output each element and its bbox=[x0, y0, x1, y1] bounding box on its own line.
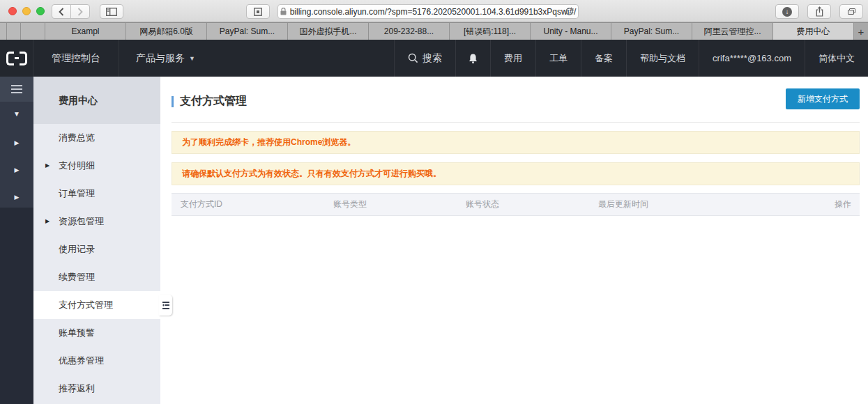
bell-icon bbox=[468, 53, 478, 64]
sidebar-item-7[interactable]: 账单预警 bbox=[33, 319, 160, 347]
nav-item-2[interactable]: 备案 bbox=[581, 40, 626, 77]
tab-label: 209-232-88... bbox=[384, 26, 434, 36]
new-tab-button[interactable]: + bbox=[854, 23, 868, 40]
browser-tab-stub-2[interactable] bbox=[21, 23, 45, 40]
aliyun-logo[interactable] bbox=[0, 40, 33, 77]
back-button[interactable] bbox=[52, 4, 71, 19]
minimize-window-button[interactable] bbox=[22, 7, 31, 15]
zoom-window-button[interactable] bbox=[36, 7, 45, 15]
aliyun-top-nav: 管理控制台 产品与服务 ▼ 搜索 费用工单备案帮助与文档 crifa*****@… bbox=[0, 40, 868, 77]
tab-label: PayPal: Sum... bbox=[624, 26, 679, 36]
browser-tab-6[interactable]: 国外虚拟手机... bbox=[288, 23, 369, 40]
hamburger-icon bbox=[11, 85, 22, 86]
browser-tab-8[interactable]: [错误码:118]... bbox=[450, 23, 531, 40]
sidebar-toggle-button[interactable] bbox=[100, 4, 123, 19]
sidebar-item-3[interactable]: ▶资源包管理 bbox=[33, 208, 160, 235]
lock-icon bbox=[280, 8, 287, 15]
sidebar-item-label: 账单预警 bbox=[59, 327, 95, 338]
sidebar-item-1[interactable]: ▶支付明细 bbox=[33, 152, 160, 180]
browser-tab-11[interactable]: 阿里云管理控... bbox=[692, 23, 773, 40]
share-button[interactable] bbox=[807, 4, 831, 19]
close-window-button[interactable] bbox=[8, 7, 17, 15]
account-email: crifa*****@163.com bbox=[713, 53, 791, 63]
table-header-1: 账号类型 bbox=[333, 199, 466, 210]
sidebar-item-label: 消费总览 bbox=[59, 132, 95, 143]
browser-tab-10[interactable]: PayPal: Sum... bbox=[611, 23, 692, 40]
sidebar-collapse-handle[interactable] bbox=[159, 295, 172, 316]
add-payment-method-button[interactable]: 新增支付方式 bbox=[786, 88, 860, 109]
browser-tab-stub-0[interactable] bbox=[0, 23, 7, 40]
sidebar-item-2[interactable]: 订单管理 bbox=[33, 180, 160, 208]
forward-button[interactable] bbox=[70, 4, 90, 19]
sidebar-item-0[interactable]: 消费总览 bbox=[33, 124, 160, 152]
nav-search[interactable]: 搜索 bbox=[394, 40, 455, 77]
nav-language[interactable]: 简体中文 bbox=[805, 40, 868, 77]
nav-item-label: 备案 bbox=[595, 52, 613, 65]
browser-tab-7[interactable]: 209-232-88... bbox=[369, 23, 450, 40]
rail-arrow-icon-2[interactable]: ▶ bbox=[0, 166, 33, 173]
tab-label: Exampl bbox=[71, 26, 99, 36]
sidebar-item-label: 支付方式管理 bbox=[59, 300, 113, 310]
extension-button[interactable] bbox=[246, 4, 270, 19]
nav-console-link[interactable]: 管理控制台 bbox=[33, 40, 119, 77]
caret-down-icon: ▼ bbox=[189, 55, 195, 62]
page-title-wrap: 支付方式管理 bbox=[172, 94, 247, 109]
tab-label: 费用中心 bbox=[797, 26, 830, 38]
nav-spacer bbox=[212, 40, 394, 77]
window-controls bbox=[8, 7, 45, 15]
url-text: billing.console.aliyun.com/?spm=5176.202… bbox=[290, 7, 577, 17]
aliyun-logo-icon bbox=[6, 52, 27, 65]
table-header-2: 账号状态 bbox=[466, 199, 598, 210]
address-bar[interactable]: billing.console.aliyun.com/?spm=5176.202… bbox=[277, 4, 579, 19]
rail-menu-button[interactable] bbox=[0, 77, 33, 102]
sidebar-item-label: 支付明细 bbox=[59, 160, 95, 171]
extension-icon bbox=[254, 8, 262, 16]
sidebar-item-4[interactable]: 使用记录 bbox=[33, 235, 160, 263]
reload-button[interactable] bbox=[565, 7, 574, 16]
tab-label: PayPal: Sum... bbox=[220, 26, 275, 36]
sidebar-item-5[interactable]: 续费管理 bbox=[33, 263, 160, 291]
sidebar-item-label: 优惠券管理 bbox=[59, 355, 104, 366]
collapse-icon bbox=[162, 302, 169, 309]
sidebar-item-label: 订单管理 bbox=[59, 188, 95, 199]
nav-item-3[interactable]: 帮助与文档 bbox=[626, 40, 699, 77]
nav-item-label: 费用 bbox=[504, 52, 522, 65]
chevron-left-icon bbox=[59, 8, 64, 16]
tab-label: [错误码:118]... bbox=[464, 26, 516, 38]
page-title: 支付方式管理 bbox=[180, 94, 247, 109]
language-label: 简体中文 bbox=[818, 52, 855, 65]
rail-arrow-icon-1[interactable]: ▶ bbox=[0, 139, 33, 146]
nav-products-dropdown[interactable]: 产品与服务 ▼ bbox=[119, 40, 212, 77]
notice-valid-payment: 请确保默认支付方式为有效状态。只有有效支付方式才可进行购买哦。 bbox=[172, 162, 860, 185]
browser-tab-12[interactable]: 费用中心 bbox=[773, 23, 854, 40]
browser-tab-9[interactable]: Unity - Manu... bbox=[531, 23, 611, 40]
sidebar-item-label: 使用记录 bbox=[59, 244, 95, 254]
browser-chrome: billing.console.aliyun.com/?spm=5176.202… bbox=[0, 0, 868, 22]
browser-tab-stub-1[interactable] bbox=[7, 23, 21, 40]
browser-tab-4[interactable]: 网易邮箱6.0版 bbox=[126, 23, 207, 40]
reload-icon bbox=[565, 7, 574, 16]
browser-tab-5[interactable]: PayPal: Sum... bbox=[207, 23, 288, 40]
sidebar-menu: 消费总览▶支付明细订单管理▶资源包管理使用记录续费管理支付方式管理账单预警优惠券… bbox=[33, 124, 160, 404]
app-body: ▼ ▶ ▶ ▶ 费用中心 消费总览▶支付明细订单管理▶资源包管理使用记录续费管理… bbox=[0, 77, 868, 404]
rail-caret-down-icon[interactable]: ▼ bbox=[0, 110, 33, 118]
expand-arrow-icon: ▶ bbox=[45, 152, 50, 180]
table-header-3: 最后更新时间 bbox=[598, 199, 811, 210]
share-icon bbox=[815, 6, 824, 17]
nav-item-0[interactable]: 费用 bbox=[490, 40, 535, 77]
nav-notifications[interactable] bbox=[455, 40, 490, 77]
icon-rail: ▼ ▶ ▶ ▶ bbox=[0, 77, 33, 404]
sidebar-item-8[interactable]: 优惠券管理 bbox=[33, 347, 160, 375]
table-header-0: 支付方式ID bbox=[172, 199, 333, 210]
downloads-button[interactable]: ↓ bbox=[775, 4, 799, 19]
sidebar-item-6[interactable]: 支付方式管理 bbox=[33, 291, 160, 319]
browser-tab-3[interactable]: Exampl bbox=[45, 23, 126, 40]
sidebar-item-9[interactable]: 推荐返利 bbox=[33, 375, 160, 403]
title-accent-bar bbox=[172, 96, 174, 107]
nav-account[interactable]: crifa*****@163.com bbox=[699, 40, 805, 77]
nav-item-1[interactable]: 工单 bbox=[535, 40, 581, 77]
tab-overview-button[interactable] bbox=[839, 4, 863, 19]
download-icon: ↓ bbox=[782, 7, 792, 17]
rail-arrow-icon-3[interactable]: ▶ bbox=[0, 194, 33, 201]
table-header-row: 支付方式ID账号类型账号状态最后更新时间操作 bbox=[172, 193, 860, 216]
